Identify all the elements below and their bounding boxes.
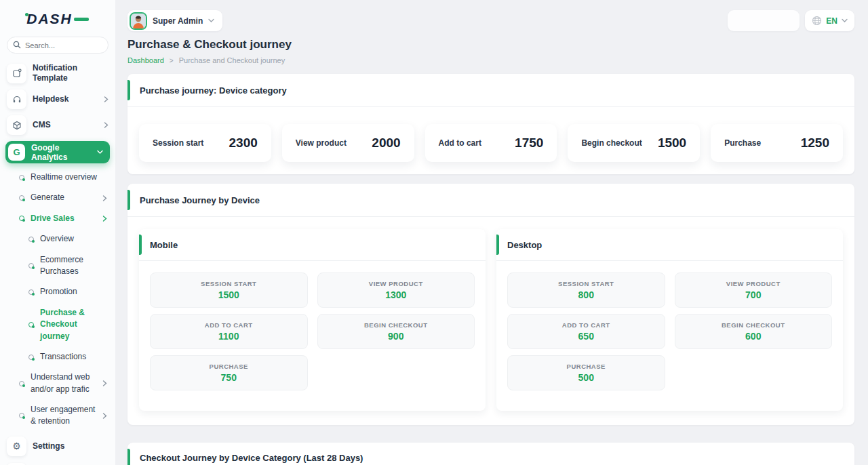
tile-label: VIEW PRODUCT — [726, 280, 781, 287]
logo-text: DASH — [26, 11, 73, 27]
sidebar-item-label: Notification Template — [33, 63, 108, 83]
tile-session-start: SESSION START 800 — [507, 272, 665, 308]
bullet-icon — [28, 237, 34, 242]
language-selector[interactable]: EN — [805, 10, 854, 31]
notification-template-icon — [7, 64, 26, 83]
sidebar-item-drive-sales[interactable]: Drive Sales — [19, 213, 115, 224]
sidebar-item-label: Purchase & Checkout journey — [40, 307, 107, 342]
tile-purchase: PURCHASE 500 — [507, 355, 665, 390]
sidebar-item-label: Generate — [31, 192, 96, 203]
chevron-right-icon — [102, 195, 107, 201]
tile-add-to-cart: ADD TO CART 1100 — [150, 314, 308, 349]
chevron-down-icon — [97, 150, 103, 155]
tile-view-product: VIEW PRODUCT 700 — [675, 272, 833, 308]
chevron-right-icon — [102, 380, 107, 386]
tile-label: SESSION START — [558, 280, 614, 287]
sidebar: DASH Notification Template Helpdesk CMS — [0, 0, 115, 465]
google-analytics-letter: G — [13, 147, 20, 157]
logo[interactable]: DASH — [0, 0, 115, 34]
card-title: Checkout Journey by Device Category (Las… — [140, 453, 363, 463]
bullet-icon — [19, 195, 24, 201]
gear-icon: ⚙ — [7, 437, 26, 456]
bullet-icon — [28, 355, 34, 360]
sidebar-item-understand-web-app-trafic[interactable]: Understand web and/or app trafic — [19, 371, 115, 395]
sidebar-item-label: Ecommerce Purchases — [40, 254, 107, 278]
sidebar-item-label: User engagement & retention — [31, 404, 96, 428]
sidebar-item-label: Understand web and/or app trafic — [31, 371, 96, 395]
panel-header: Desktop — [496, 229, 843, 261]
avatar — [130, 12, 147, 30]
stat-value: 1500 — [658, 136, 686, 150]
bullet-icon — [19, 175, 24, 180]
sidebar-item-label: Transactions — [40, 351, 107, 363]
sidebar-item-notification-template[interactable]: Notification Template — [0, 63, 115, 83]
sidebar-item-overview[interactable]: Overview — [28, 233, 115, 245]
tile-value: 650 — [578, 331, 594, 342]
card-header: Purchase journey: Device category — [127, 74, 854, 107]
search-input[interactable] — [7, 37, 108, 54]
sidebar-item-addon-manager[interactable]: Add-on Manager Premium — [0, 462, 115, 465]
chevron-right-icon — [102, 216, 107, 222]
chevron-down-icon — [842, 18, 848, 23]
topbar: Super Admin EN — [127, 10, 854, 31]
sidebar-item-helpdesk[interactable]: Helpdesk — [0, 89, 115, 109]
search-icon — [13, 41, 21, 49]
gear-glyph: ⚙ — [12, 441, 21, 451]
sidebar-item-label: CMS — [33, 120, 98, 130]
ghost-button[interactable] — [728, 10, 800, 31]
card-header: Purchase Journey by Device — [127, 184, 854, 217]
chevron-right-icon — [104, 96, 108, 102]
tile-value: 1500 — [218, 289, 239, 300]
sidebar-item-promotion[interactable]: Promotion — [28, 286, 115, 298]
tile-value: 600 — [745, 331, 761, 342]
card-title: Purchase Journey by Device — [140, 195, 260, 205]
tile-session-start: SESSION START 1500 — [150, 272, 308, 308]
sidebar-item-purchase-checkout-journey[interactable]: Purchase & Checkout journey — [28, 307, 115, 342]
google-analytics-icon: G — [8, 144, 25, 161]
purchase-journey-card: Purchase journey: Device category Sessio… — [127, 74, 854, 174]
tile-begin-checkout: BEGIN CHECKOUT 600 — [675, 314, 833, 349]
sidebar-item-cms[interactable]: CMS — [0, 115, 115, 135]
chevron-right-icon — [104, 122, 108, 128]
sidebar-item-user-engagement-retention[interactable]: User engagement & retention — [19, 404, 115, 428]
tile-value: 800 — [578, 289, 594, 300]
panel-title: Mobile — [150, 240, 178, 250]
desktop-panel: Desktop SESSION START 800 VIEW PRODUCT 7… — [496, 229, 843, 411]
checkout-journey-card: Checkout Journey by Device Category (Las… — [127, 443, 854, 465]
tile-label: ADD TO CART — [562, 321, 610, 329]
panel-header: Mobile — [139, 229, 486, 261]
bullet-icon — [19, 381, 24, 386]
sidebar-item-label: Settings — [33, 441, 108, 451]
device-panels: Mobile SESSION START 1500 VIEW PRODUCT 1… — [127, 217, 854, 425]
tile-label: BEGIN CHECKOUT — [722, 321, 785, 329]
sidebar-item-ecommerce-purchases[interactable]: Ecommerce Purchases — [28, 254, 115, 278]
sidebar-item-generate[interactable]: Generate — [19, 192, 115, 203]
user-name: Super Admin — [153, 16, 203, 26]
breadcrumb-separator: > — [170, 57, 174, 64]
desktop-tiles: SESSION START 800 VIEW PRODUCT 700 ADD T… — [496, 261, 843, 411]
page-title: Purchase & Checkout journey — [127, 38, 854, 52]
sidebar-item-realtime-overview[interactable]: Realtime overview — [19, 171, 115, 183]
mobile-panel: Mobile SESSION START 1500 VIEW PRODUCT 1… — [139, 229, 486, 411]
panel-title: Desktop — [507, 240, 542, 250]
tile-label: SESSION START — [201, 280, 256, 287]
logo-dot — [25, 13, 28, 16]
mobile-tiles: SESSION START 1500 VIEW PRODUCT 1300 ADD… — [139, 261, 486, 411]
stat-value: 1250 — [801, 136, 829, 150]
user-menu[interactable]: Super Admin — [127, 10, 222, 31]
tile-label: PURCHASE — [567, 363, 606, 370]
cube-icon — [7, 115, 26, 135]
sidebar-item-transactions[interactable]: Transactions — [28, 351, 115, 363]
stat-value: 1750 — [515, 136, 543, 150]
chevron-right-icon — [102, 413, 107, 419]
breadcrumb-current: Purchase and Checkout journey — [179, 56, 285, 64]
tile-value: 500 — [578, 372, 594, 383]
topbar-actions: EN — [728, 10, 854, 31]
breadcrumb: Dashboard > Purchase and Checkout journe… — [127, 56, 854, 64]
sidebar-item-google-analytics[interactable]: G Google Analytics — [5, 141, 110, 163]
language-code: EN — [826, 16, 837, 26]
sidebar-item-label: Helpdesk — [33, 94, 98, 104]
stat-card-add-to-cart: Add to cart 1750 — [425, 124, 557, 162]
breadcrumb-dashboard[interactable]: Dashboard — [127, 56, 164, 64]
sidebar-item-settings[interactable]: ⚙ Settings — [0, 437, 115, 456]
